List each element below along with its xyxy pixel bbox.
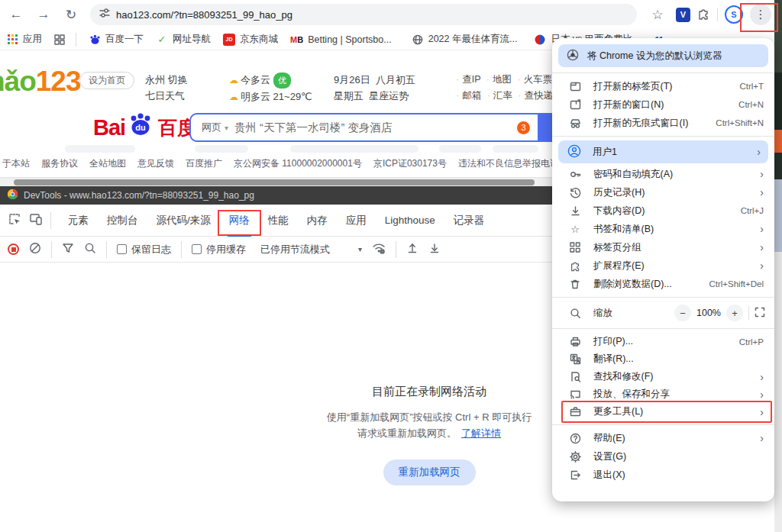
menu-item-extensions[interactable]: 扩展程序(E) › <box>552 256 774 275</box>
search-input[interactable]: 贵州 “天下第一水司楼” 变身酒店 <box>234 121 517 135</box>
search-button[interactable] <box>538 113 553 142</box>
menu-item-label: 扩展程序(E) <box>593 260 760 272</box>
city-weather-links: 永州 切换 七日天气 <box>145 72 188 104</box>
menu-item-new-window[interactable]: 打开新的窗口(N) Ctrl+N <box>552 95 774 114</box>
bookmark-star-icon[interactable]: ☆ <box>646 3 669 26</box>
inspect-icon[interactable] <box>8 212 21 229</box>
tab-sources[interactable]: 源代码/来源 <box>147 205 220 237</box>
bookmark-hao123[interactable]: ✓ 网址导航 <box>156 33 211 46</box>
quick-link[interactable]: 火车票 <box>524 74 553 85</box>
set-home-button[interactable]: 设为首页 <box>79 72 134 89</box>
horoscope-link[interactable]: 星座运势 <box>369 90 409 102</box>
bookmark-label: 网址导航 <box>173 33 211 46</box>
menu-item-exit[interactable]: 退出(X) <box>552 466 774 484</box>
clear-icon[interactable] <box>29 242 41 256</box>
menu-item-clear-browsing-data[interactable]: 删除浏览数据(D)... Ctrl+Shift+Del <box>552 275 774 293</box>
scrollbar-thumb[interactable] <box>14 179 535 185</box>
bookmark-jd[interactable]: JD 京东商城 <box>223 33 278 46</box>
bookmark-baidu[interactable]: 百度一下 <box>89 33 144 46</box>
weather-block[interactable]: ☁今多云优 ☁明多云 21~29℃ <box>229 72 312 105</box>
footer-link[interactable]: 京公网安备 11000002000001号 <box>234 157 362 170</box>
footer-link[interactable]: 百度推广 <box>186 157 222 170</box>
bookmark-sports-2022[interactable]: 2022 年最佳体育流... <box>412 33 518 46</box>
tab-network[interactable]: 网络 <box>220 205 259 237</box>
reload-page-button[interactable]: 重新加载网页 <box>383 459 476 485</box>
footer-link[interactable]: 于本站 <box>2 157 30 170</box>
menu-item-passwords[interactable]: 密码和自动填充(A) › <box>552 165 774 183</box>
tab-lighthouse[interactable]: Lighthouse <box>376 205 444 237</box>
url-text[interactable]: hao123.com/?tn=88093251_99_hao_pg <box>116 9 292 21</box>
device-toolbar-icon[interactable] <box>29 212 43 229</box>
footer-link[interactable]: 服务协议 <box>41 157 78 170</box>
tab-memory[interactable]: 内存 <box>298 205 337 237</box>
menu-item-more-tools[interactable]: 更多工具(L) › <box>552 403 774 421</box>
filter-icon[interactable] <box>62 242 74 256</box>
print-icon <box>569 336 581 347</box>
preserve-log-checkbox[interactable]: 保留日志 <box>117 243 171 256</box>
quick-link[interactable]: 汇率 <box>493 90 512 101</box>
menu-item-help[interactable]: 帮助(E) › <box>552 429 774 447</box>
export-har-icon[interactable] <box>428 242 441 256</box>
history-icon <box>569 187 581 198</box>
tab-elements[interactable]: 元素 <box>59 205 98 237</box>
forward-icon[interactable]: → <box>32 3 55 26</box>
menu-item-find-edit[interactable]: 查找和修改(F) › <box>552 368 774 385</box>
search-scope[interactable]: 网页 <box>202 121 221 134</box>
menu-item-label: 书签和清单(B) <box>593 223 760 236</box>
menu-item-history[interactable]: 历史记录(H) › <box>552 183 774 202</box>
quick-link[interactable]: 查快递 <box>524 90 553 101</box>
week-weather-link[interactable]: 七日天气 <box>145 88 188 104</box>
tab-performance[interactable]: 性能 <box>259 205 298 237</box>
network-conditions-icon[interactable] <box>372 242 386 256</box>
quick-link[interactable]: 地图 <box>493 74 512 85</box>
menu-item-settings[interactable]: 设置(G) <box>552 447 774 466</box>
zoom-in-button[interactable]: + <box>726 305 743 321</box>
checkbox-icon[interactable] <box>117 244 127 254</box>
menu-item-new-tab[interactable]: 打开新的标签页(T) Ctrl+T <box>552 77 774 95</box>
footer-link[interactable]: 京ICP证030173号 <box>373 157 447 170</box>
search-box[interactable]: 网页 ▾ 贵州 “天下第一水司楼” 变身酒店 3 <box>189 113 539 142</box>
learn-more-link[interactable]: 了解详情 <box>461 427 501 439</box>
zoom-out-button[interactable]: − <box>674 305 691 321</box>
apps-shortcut[interactable]: 应用 <box>6 33 42 46</box>
menu-item-print[interactable]: 打印(P)... Ctrl+P <box>552 333 774 350</box>
footer-link[interactable]: 全站地图 <box>89 157 126 170</box>
tab-groups-icon[interactable] <box>54 34 65 45</box>
menu-item-profile[interactable]: 用户1 › <box>558 140 768 163</box>
tab-recorder[interactable]: 记录器 <box>444 205 494 237</box>
quick-link[interactable]: 邮箱 <box>462 90 481 101</box>
menu-item-tab-groups[interactable]: 标签页分组 › <box>552 238 774 256</box>
city-switch-link[interactable]: 切换 <box>168 74 188 85</box>
v-extension-icon[interactable]: V <box>676 8 690 22</box>
url-bar[interactable]: hao123.com/?tn=88093251_99_hao_pg <box>90 4 637 25</box>
more-menu-button[interactable]: ⋮ <box>750 4 771 25</box>
extensions-puzzle-icon[interactable] <box>697 7 710 23</box>
search-icon[interactable] <box>84 242 96 256</box>
quick-link[interactable]: 查IP <box>462 74 480 85</box>
scope-caret-icon[interactable]: ▾ <box>225 124 228 132</box>
default-browser-banner[interactable]: 将 Chrome 设为您的默认浏览器 <box>558 44 768 67</box>
menu-item-bookmarks[interactable]: ☆ 书签和清单(B) › <box>552 220 774 238</box>
throttling-caret-icon[interactable]: ▾ <box>358 245 362 253</box>
fullscreen-icon[interactable] <box>755 307 765 320</box>
profile-avatar[interactable]: S <box>725 5 743 24</box>
checkbox-icon[interactable] <box>192 244 202 254</box>
import-har-icon[interactable] <box>406 242 418 256</box>
tab-application[interactable]: 应用 <box>337 205 376 237</box>
disable-cache-checkbox[interactable]: 停用缓存 <box>192 243 246 256</box>
bookmark-betting[interactable]: MB Betting | Sportsbo... <box>290 34 392 45</box>
back-icon[interactable]: ← <box>5 3 27 26</box>
menu-item-cast-save-share[interactable]: 投放、保存和分享 › <box>552 385 774 403</box>
new-tab-icon <box>569 81 581 92</box>
extensions-icon <box>569 260 581 272</box>
record-icon[interactable] <box>8 243 19 255</box>
menu-item-translate[interactable]: 翻译(R)... <box>552 350 774 368</box>
reload-icon[interactable]: ↻ <box>60 3 82 26</box>
toolbar-divider <box>106 241 107 258</box>
menu-item-new-incognito[interactable]: 打开新的无痕式窗口(I) Ctrl+Shift+N <box>552 114 774 132</box>
menu-item-downloads[interactable]: 下载内容(D) Ctrl+J <box>552 202 774 220</box>
throttling-select[interactable]: 已停用节流模式 <box>260 243 330 256</box>
footer-link[interactable]: 意见反馈 <box>137 157 174 170</box>
tune-icon[interactable] <box>99 8 110 21</box>
tab-console[interactable]: 控制台 <box>98 205 147 237</box>
